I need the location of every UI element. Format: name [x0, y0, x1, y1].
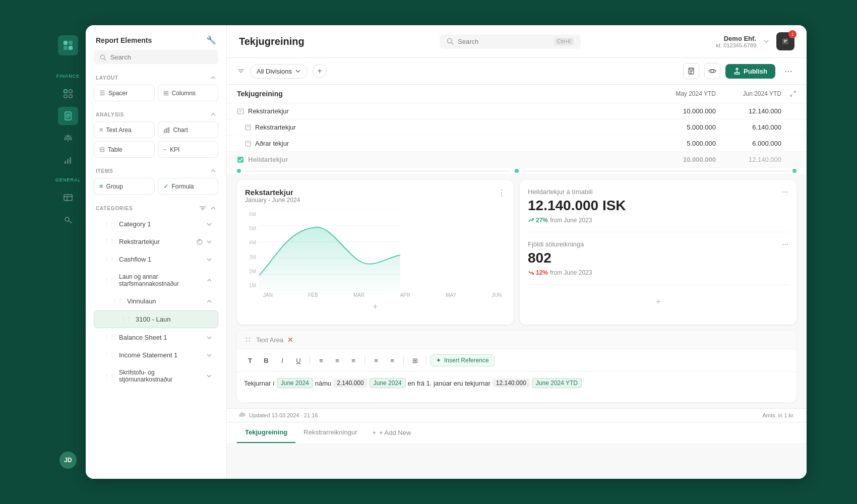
chevron-down-filter-icon — [295, 68, 301, 74]
notification-button[interactable]: 1 — [776, 32, 794, 50]
chart-add-button[interactable]: + — [245, 298, 506, 317]
preview-icon-button[interactable] — [704, 63, 720, 79]
tab-rekstrarreikningur[interactable]: Rekstrarreikningur — [295, 422, 365, 443]
kpi1-trend-pct: 27% — [536, 217, 548, 224]
col2-header: Jun 2024 YTD — [716, 90, 781, 97]
publish-button[interactable]: Publish — [725, 64, 775, 79]
bold-t-button[interactable]: T — [243, 353, 257, 367]
kpi2-label: Fjöldi sölureikninga ⋯ — [528, 240, 788, 248]
header-right: Demo Ehf. kt. 012345-6789 1 — [716, 32, 794, 50]
group-label: Group — [106, 183, 123, 190]
chart-header: Rekstartekjur January - June 2024 ⋮ — [245, 188, 506, 204]
items-section-header[interactable]: ITEMS — [94, 164, 218, 178]
sidebar-icon-scales[interactable] — [58, 129, 78, 147]
align-right-button[interactable]: ≡ — [346, 353, 360, 367]
insert-reference-button[interactable]: ✦ Insert Reference — [431, 354, 495, 366]
category-list: ⋮⋮ Category 1 ⋮⋮ Rekstrartekjur — [94, 216, 218, 475]
kpi1-value: 12.140.000 ISK — [528, 198, 788, 214]
general-label: GENERAL — [55, 177, 81, 182]
sidebar-icon-key[interactable] — [58, 211, 78, 229]
table-insert-button[interactable]: ⊞ — [408, 353, 422, 367]
underline-button[interactable]: U — [291, 353, 305, 367]
wrench-icon[interactable]: 🔧 — [206, 35, 216, 45]
kpi2-menu[interactable]: ⋯ — [782, 240, 788, 248]
line-chart-svg — [259, 210, 400, 290]
row-icon-3 — [245, 141, 251, 147]
all-divisions-filter[interactable]: All Divisions — [250, 64, 308, 79]
text-content-area[interactable]: Tekjurnar í June 2024 námu 2.140.000 Jun… — [237, 372, 797, 402]
more-options-button[interactable]: ⋯ — [780, 63, 797, 79]
left-panel-search-input[interactable] — [110, 53, 212, 61]
kpi-item[interactable]: ~ KPI — [158, 141, 219, 158]
italic-button[interactable]: I — [275, 353, 289, 367]
group-item[interactable]: ≡ Group — [94, 178, 155, 195]
category-item-rekstrartekjur[interactable]: ⋮⋮ Rekstrartekjur — [94, 233, 218, 250]
row4-val1: 10.000.000 — [650, 156, 716, 163]
add-filter-button[interactable]: + — [313, 64, 327, 78]
x-label-feb: FEB — [308, 292, 318, 298]
text-area-label: Text Area — [106, 127, 132, 134]
header-search-icon — [447, 38, 454, 45]
align-center-button[interactable]: ≡ — [330, 353, 344, 367]
table-row[interactable]: Rekstrartekjur 5.000.000 6.140.000 — [227, 119, 807, 136]
sidebar-icon-chart[interactable] — [58, 151, 78, 169]
chart-menu-button[interactable]: ⋮ — [498, 188, 506, 198]
header-search-input[interactable] — [458, 38, 550, 45]
analysis-section-header[interactable]: ANALYSIS — [94, 107, 218, 121]
table-row-total: Heildartekjur 10.000.000 12.140.000 — [227, 152, 807, 168]
kpi1-menu[interactable]: ⋯ — [782, 188, 788, 196]
chart-item[interactable]: Chart — [158, 121, 219, 138]
y-label-5m: 5M — [245, 226, 256, 231]
row4-val2: 12.140.000 — [716, 156, 781, 163]
category-item-balance-sheet[interactable]: ⋮⋮ Balance Sheet 1 — [94, 329, 218, 346]
sidebar-icon-document[interactable] — [58, 107, 78, 125]
text-area-item[interactable]: ≡ Text Area — [94, 121, 155, 138]
table-item[interactable]: ⊟ Table — [94, 141, 155, 158]
left-panel: Report Elements 🔧 LAYOUT ☰ — [86, 25, 227, 479]
svg-rect-5 — [69, 90, 72, 93]
formula-item[interactable]: ✓ Formula — [158, 178, 219, 195]
app-logo[interactable] — [58, 35, 78, 55]
cashflow-cat-label: Cashflow 1 — [119, 256, 151, 263]
kpi1-trend: 27% from June 2023 — [528, 217, 788, 224]
expand-icon[interactable] — [789, 90, 797, 97]
spacer-label: Spacer — [108, 90, 128, 97]
category-item-income-statement[interactable]: ⋮⋮ Income Statement 1 — [94, 347, 218, 363]
category-item-cashflow[interactable]: ⋮⋮ Cashflow 1 — [94, 251, 218, 268]
svg-line-23 — [69, 221, 72, 223]
category-item-laun3100[interactable]: ⋮⋮ 3100 - Laun — [94, 310, 218, 328]
save-icon-button[interactable] — [683, 63, 699, 79]
category-item-vinnulaun[interactable]: ⋮⋮ Vinnulaun — [94, 293, 218, 309]
spacer-item[interactable]: ☰ Spacer — [94, 85, 155, 101]
tab-tekjugreining[interactable]: Tekjugreining — [237, 422, 295, 443]
category-item-skrifstofu[interactable]: ⋮⋮ Skrifstofu- og stjórnunarkostnaður — [94, 364, 218, 388]
user-avatar[interactable]: JD — [59, 452, 77, 469]
bold-button[interactable]: B — [259, 353, 273, 367]
drag-dot-right — [792, 169, 797, 173]
report-table: Tekjugreining May 2024 YTD Jun 2024 YTD … — [227, 85, 807, 168]
list-bullet-button[interactable]: ≡ — [369, 353, 383, 367]
add-tab-button[interactable]: + + Add New — [365, 424, 418, 442]
line-chart-card: Rekstartekjur January - June 2024 ⋮ 6M 5… — [237, 180, 514, 325]
columns-item[interactable]: ⊞ Columns — [158, 85, 219, 101]
drag-indicators-row — [227, 168, 807, 174]
chevron-down-user-icon[interactable] — [762, 37, 770, 45]
table-row[interactable]: Rekstrartekjur 10.000.000 12.140.000 — [227, 103, 807, 119]
categories-section-header[interactable]: CATEGORIES — [94, 201, 218, 216]
list-ordered-button[interactable]: ≡ — [385, 353, 399, 367]
kpi-add-button[interactable]: + — [528, 293, 788, 311]
sidebar-icon-grid[interactable] — [58, 85, 78, 103]
layout-section-header[interactable]: LAYOUT — [94, 71, 218, 85]
sidebar-icon-table[interactable] — [58, 188, 78, 207]
trend-up-icon — [528, 217, 534, 223]
align-left-button[interactable]: ≡ — [314, 353, 328, 367]
category-item-laun[interactable]: ⋮⋮ Laun og annar starfsmannakostnaður — [94, 269, 218, 292]
kpi-label: KPI — [170, 146, 179, 153]
x-label-may: MAY — [446, 292, 456, 298]
category-item-category1[interactable]: ⋮⋮ Category 1 — [94, 216, 218, 232]
chevron-up-icon-2 — [210, 111, 216, 117]
chevron-up-icon-4 — [210, 205, 216, 211]
close-text-area-button[interactable]: ✕ — [287, 336, 293, 344]
table-row[interactable]: Aðrar tekjur 5.000.000 6.000.000 — [227, 136, 807, 152]
svg-rect-4 — [64, 90, 67, 93]
